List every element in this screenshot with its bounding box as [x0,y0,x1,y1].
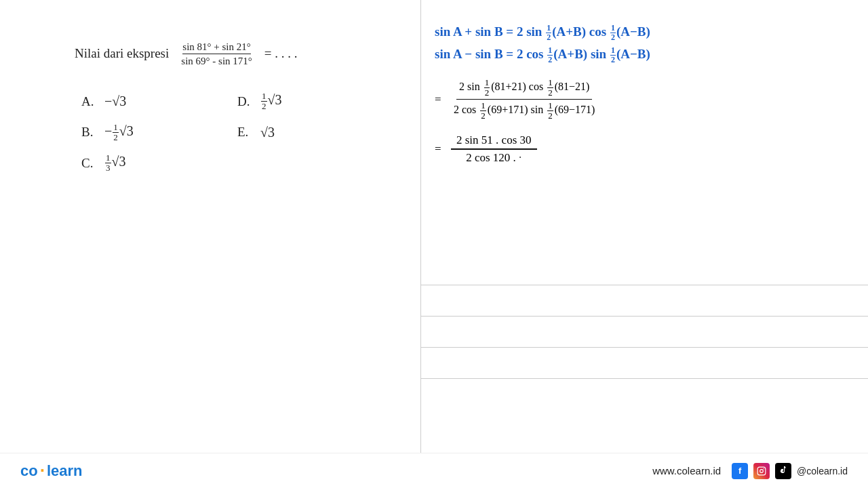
options-grid: A. −√3 D. 1 2 √3 B. − 1 2 [81,86,393,179]
step-1: = 2 sin 12(81+21) cos 12(81−21) 2 cos 12… [435,77,848,123]
option-d-value: 1 2 √3 [260,92,281,112]
facebook-icon: f [732,463,748,479]
option-d: D. 1 2 √3 [237,86,393,117]
option-d-label: D. [237,94,252,109]
question-equals: = . . . . [264,43,298,64]
footer-website: www.colearn.id [652,465,721,476]
option-c-value: 1 3 √3 [104,153,125,174]
option-b-fraction: 1 2 [113,123,119,143]
option-a-label: A. [81,94,96,109]
line-4 [421,378,868,453]
logo-co: co [20,462,38,480]
footer-logo: co · learn [20,460,83,481]
step1-equals: = [435,93,451,106]
instagram-icon [753,463,770,479]
line-3 [421,347,868,378]
option-c: C. 1 3 √3 [81,148,237,179]
logo-learn: learn [47,462,83,480]
logo-dot: · [40,460,45,481]
step2-numerator: 2 sin 51 . cos 30 [451,132,537,150]
option-e-value: √3 [260,125,275,140]
step2-fraction: 2 sin 51 . cos 30 2 cos 120 . · [451,132,537,166]
option-c-label: C. [81,156,96,171]
notebook-lines [421,285,868,453]
footer: co · learn www.colearn.id f @colearn.id [0,453,868,488]
fraction-numerator: sin 81° + sin 21° [182,41,250,54]
option-e-label: E. [237,125,252,140]
bf3: 12 [547,46,553,64]
step1-denominator: 2 cos 12(69+171) sin 12(69−171) [451,100,597,123]
step1-fraction: 2 sin 12(81+21) cos 12(81−21) 2 cos 12(6… [451,77,597,123]
svg-rect-0 [757,467,766,475]
line-2 [421,316,868,347]
formula-2: sin A − sin B = 2 cos 12(A+B) sin 12(A−B… [435,43,848,65]
option-e: E. √3 [237,117,393,148]
social-icons: f @colearn.id [732,463,848,479]
question-prefix: Nilai dari ekspresi [75,43,169,64]
option-d-fraction: 1 2 [261,92,267,112]
option-c-fraction: 1 3 [105,153,111,174]
step2-equals: = [435,142,451,156]
option-a: A. −√3 [81,86,237,117]
svg-point-1 [760,469,764,472]
option-b: B. − 1 2 √3 [81,117,237,148]
step2-denominator: 2 cos 120 . · [460,150,527,166]
sf3: 12 [480,101,486,121]
option-a-value: −√3 [104,94,126,109]
tiktok-icon [775,463,791,479]
option-b-label: B. [81,125,96,140]
formula-1: sin A + sin B = 2 sin 12(A+B) cos 12(A−B… [435,20,848,43]
step-2: = 2 sin 51 . cos 30 2 cos 120 . · [435,132,848,166]
bf2: 12 [610,24,616,42]
content-area: Nilai dari ekspresi sin 81° + sin 21° si… [0,0,868,453]
line-1 [421,285,868,316]
step1-numerator: 2 sin 12(81+21) cos 12(81−21) [456,77,592,100]
question-text: Nilai dari ekspresi sin 81° + sin 21° si… [75,41,393,67]
right-panel: sin A + sin B = 2 sin 12(A+B) cos 12(A−B… [420,0,868,453]
main-fraction: sin 81° + sin 21° sin 69° - sin 171° [178,41,255,67]
fraction-denominator: sin 69° - sin 171° [181,54,252,67]
sf2: 12 [547,78,553,98]
footer-right: www.colearn.id f @colearn.id [652,463,848,479]
bf1: 12 [546,24,551,42]
fraction-container: sin 81° + sin 21° sin 69° - sin 171° [181,41,252,67]
sf1: 12 [484,78,490,98]
social-handle: @colearn.id [797,466,848,476]
left-panel: Nilai dari ekspresi sin 81° + sin 21° si… [0,0,420,453]
option-b-value: − 1 2 √3 [104,123,134,143]
sf4: 12 [547,101,553,121]
bf4: 12 [610,46,616,64]
svg-point-2 [764,468,764,469]
